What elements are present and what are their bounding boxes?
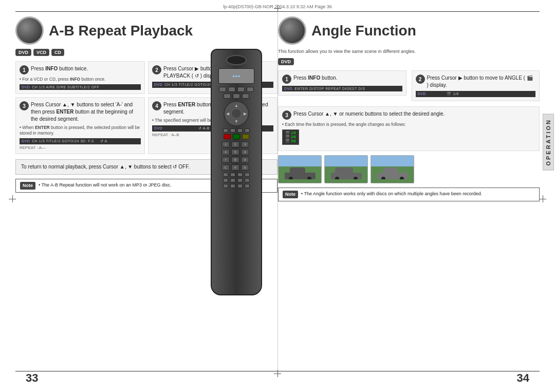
svg-rect-1 [290,167,305,175]
step-1-note: • For a VCD or CD, press INFO button onc… [20,77,141,82]
right-step-1-number: 1 [282,74,291,84]
remote-fn-btn-7 [237,178,243,182]
remote-num-clear: C [221,164,230,171]
right-badge-dvd: DVD [278,58,294,65]
right-title-area: Angle Function [278,16,540,45]
right-step-2-number: 2 [416,74,425,84]
left-step-1: 1 Press INFO button twice. • For a VCD o… [15,61,145,94]
right-subtitle: This function allows you to view the sam… [278,49,540,54]
step-1-number: 1 [20,65,29,74]
right-step-1-content: Press INFO button. [293,74,338,82]
remote-fn-btn-10 [230,184,235,188]
remote-sm-btn-4 [245,128,250,133]
remote-fn-btn-5 [223,178,228,182]
step-1-content: Press INFO button twice. [31,65,88,72]
remote-fn-row-2 [212,178,261,182]
remote-btn-1 [219,87,226,92]
operation-sidebar-label: OPERATION [543,114,554,171]
remote-num-1: 1 [221,141,230,147]
svg-rect-5 [335,167,353,175]
remote-btn-row-3 [212,128,261,133]
remote-num-enter: E [241,164,249,171]
remote-screen: ■ ■ ■ [218,68,254,84]
angle-car-1 [285,166,316,180]
right-format-badges: DVD [278,58,540,65]
remote-fn-btn-8 [245,178,250,182]
badge-dvd: DVD [15,49,31,56]
remote-top-buttons [212,87,261,92]
left-page-title: A-B Repeat Playback [49,23,193,39]
right-steps-12: 1 Press INFO button. DVD ENTER D/STOP RE… [278,70,540,101]
remote-num-0: 0 [231,164,239,171]
right-step-2-display: DVD 🎬 1/8 [416,91,536,97]
right-step-3-box: 3 Press Cursor ▲, ▼ or numeric buttons t… [278,106,540,151]
remote-btn-2 [228,87,235,92]
remote-btn-5 [224,94,231,99]
step-3-note: • When ENTER button is pressed, the sele… [20,125,141,136]
angle-display-1: 🎬 1/8🎬 2/8🎬 3/8 [282,129,299,145]
angle-image-2 [324,155,368,183]
remote-fn-btn-9 [223,184,228,188]
remote-btn-6 [233,94,240,99]
remote-body: ■ ■ ■ ▲ ▼ ◀ ▶ [211,49,262,295]
reg-mark-left-mid [9,195,16,202]
right-note-box: Note • The Angle function works only wit… [278,188,540,201]
right-note-label: Note [283,191,298,198]
remote-fn-btn-3 [237,173,243,177]
right-step-2-box: 2 Press Cursor ▶ button to move to ANGLE… [412,70,540,101]
remote-btn-4 [247,87,254,92]
remote-sm-btn-2 [230,128,235,133]
right-note-text: • The Angle function works only with dis… [301,191,482,197]
svg-rect-9 [383,167,398,175]
remote-fn-row-3 [212,184,261,188]
remote-btn-7 [242,94,249,99]
remote-transport-row [212,134,261,139]
step-3-content: Press Cursor ▲, ▼ buttons to select 'A-'… [31,101,141,123]
step-2-number: 2 [152,65,161,74]
remote-control: ■ ■ ■ ▲ ▼ ◀ ▶ [200,49,272,316]
right-step-3-number: 3 [282,110,291,120]
right-title-disc [278,16,306,45]
remote-num-5: 5 [231,149,239,155]
remote-btn-3 [237,87,245,92]
right-step-3-note: • Each time the button is pressed, the a… [282,122,535,127]
remote-fn-row [212,173,261,177]
remote-fn-btn-4 [245,173,250,177]
remote-btn-row-2 [212,94,261,99]
angle-image-1 [278,155,322,183]
right-step-3-content: Press Cursor ▲, ▼ or numeric buttons to … [293,110,445,118]
page-number-left: 33 [26,371,38,385]
right-step-1-box: 1 Press INFO button. DVD ENTER D/STOP RE… [278,70,406,96]
left-title-area: A-B Repeat Playback [15,16,278,45]
remote-fn-btn-12 [245,184,250,188]
remote-num-9: 9 [241,157,249,163]
right-step-2-content: Press Cursor ▶ button to move to ANGLE (… [427,74,536,89]
remote-fn-btn-2 [230,173,235,177]
remote-pause-btn [242,134,249,139]
angle-image-3 [371,155,414,183]
reg-mark-right-mid [539,195,546,202]
remote-sm-btn-3 [237,128,243,133]
note-label: Note [20,182,35,190]
remote-fn-btn-11 [237,184,243,188]
step-3-display: DVD CH 1/3 TITLE/2 GOTO/24 3D: F.S ↺ A [20,138,141,144]
badge-vcd: VCD [33,49,49,56]
left-note-text: • The A-B Repeat function will not work … [39,182,172,189]
angle-sequence-display: 🎬 1/8🎬 2/8🎬 3/8 [282,129,535,145]
remote-nav-ring: ▲ ▼ ◀ ▶ [224,101,249,126]
step-1-display: DVD CH 1/3 A/RE D/RE SUBTITLE/2 OFF [20,84,141,90]
remote-enter-button [231,108,242,119]
remote-fn-btn-6 [230,178,235,182]
remote-sm-btn-1 [223,128,228,133]
right-page-title: Angle Function [311,23,416,39]
angle-car-2 [331,166,362,180]
step-3-number: 3 [20,101,29,110]
remote-num-2: 2 [231,141,239,147]
remote-up-arrow: ▲ [234,103,238,108]
remote-ir-emitter [226,55,247,65]
right-step-1: 1 Press INFO button. DVD ENTER D/STOP RE… [278,70,406,101]
remote-num-6: 6 [241,149,249,155]
step-3-repeat-label: REPEAT : A— [20,145,141,150]
angle-car-3 [377,166,408,180]
right-step-1-display: DVD ENTER D/STOP REPEAT DIGEST D/S [282,86,402,91]
